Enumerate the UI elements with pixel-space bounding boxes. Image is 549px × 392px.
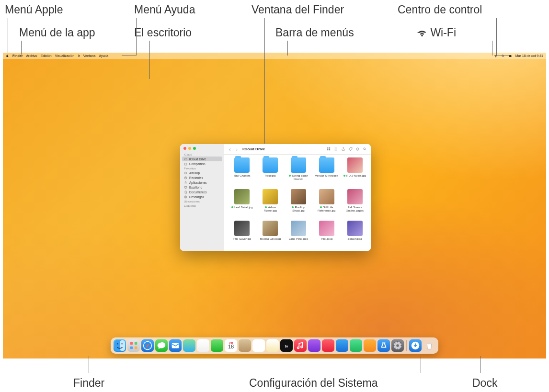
- callout-dock: Dock: [472, 377, 497, 390]
- file-item[interactable]: Receipts: [256, 157, 285, 188]
- menu-item-ventana[interactable]: Ventana: [83, 54, 96, 57]
- dock: Oct18tv: [111, 337, 438, 354]
- file-item[interactable]: Leaf Detail.jpg: [228, 189, 256, 220]
- sidebar-item-compartido[interactable]: Compartido: [180, 161, 224, 166]
- dock-app-safari[interactable]: [141, 339, 154, 352]
- dock-separator: [406, 340, 407, 351]
- menu-item-edicion[interactable]: Edición: [41, 54, 52, 57]
- callout-control-center: Centro de control: [398, 3, 482, 16]
- svg-point-5: [185, 172, 186, 173]
- finder-title: iCloud Drive: [242, 147, 265, 151]
- dock-app-trash[interactable]: [423, 339, 435, 352]
- svg-rect-11: [327, 149, 328, 150]
- sidebar-item-airdrop[interactable]: AirDrop: [180, 170, 224, 175]
- dock-app-appstore[interactable]: [377, 339, 390, 352]
- dock-app-system-settings[interactable]: [391, 339, 404, 352]
- svg-rect-22: [135, 347, 137, 349]
- window-traffic-lights: [180, 147, 224, 152]
- callout-apple-menu: Menú Apple: [5, 3, 63, 16]
- minimize-button[interactable]: [188, 147, 191, 150]
- finder-content: iCloud Drive Rail ChasersReceiptsSpring …: [224, 144, 371, 251]
- tag-button[interactable]: [348, 147, 353, 151]
- svg-rect-21: [130, 347, 133, 349]
- svg-point-17: [117, 343, 118, 344]
- menu-bar: Finder Archivo Edición Visualización Ir …: [3, 53, 546, 59]
- file-item[interactable]: Spring Youth Council: [285, 157, 313, 188]
- svg-rect-19: [130, 342, 133, 345]
- menu-item-archivo[interactable]: Archivo: [26, 54, 37, 57]
- close-button[interactable]: [183, 147, 186, 150]
- finder-toolbar: iCloud Drive: [224, 144, 371, 155]
- file-item[interactable]: RD.2-Notes.jpg: [341, 157, 369, 188]
- svg-rect-10: [329, 147, 330, 148]
- menu-bar-clock[interactable]: Mar 18 de oct 9:41: [515, 54, 543, 57]
- dock-app-music[interactable]: [294, 339, 307, 352]
- file-item[interactable]: Vendor & Invoices: [312, 157, 341, 188]
- callout-system-settings: Configuración del Sistema: [249, 377, 377, 390]
- svg-rect-2: [509, 56, 511, 57]
- dock-app-messages[interactable]: [155, 339, 168, 352]
- sidebar-item-escritorio[interactable]: Escritorio: [180, 185, 224, 190]
- dock-app-numbers[interactable]: [350, 339, 362, 352]
- app-menu-name[interactable]: Finder: [12, 54, 23, 57]
- forward-button[interactable]: [235, 145, 239, 154]
- action-button[interactable]: [355, 147, 360, 151]
- dock-app-photos[interactable]: [197, 339, 209, 352]
- dock-app-launchpad[interactable]: [127, 339, 140, 352]
- menu-item-ayuda[interactable]: Ayuda: [99, 54, 108, 57]
- file-item[interactable]: Title Cover.jpg: [228, 221, 256, 251]
- callout-help-menu: Menú Ayuda: [134, 3, 195, 16]
- file-item[interactable]: Lone Pine.jpeg: [285, 221, 313, 251]
- sidebar-section-header: iCloud: [180, 152, 224, 157]
- svg-point-14: [364, 148, 366, 150]
- dock-app-mail[interactable]: [169, 339, 182, 352]
- file-item[interactable]: Skater.jpeg: [341, 221, 369, 251]
- sidebar-item-descargas[interactable]: Descargas: [180, 194, 224, 199]
- group-button[interactable]: [334, 147, 338, 151]
- back-button[interactable]: [228, 145, 232, 154]
- desktop-screenshot: Finder Archivo Edición Visualización Ir …: [3, 53, 546, 358]
- dock-app-keynote[interactable]: [336, 339, 348, 352]
- dock-app-notes[interactable]: [266, 339, 279, 352]
- menu-item-ir[interactable]: Ir: [78, 54, 80, 57]
- dock-app-pages[interactable]: [364, 339, 376, 352]
- finder-window: iCloudiCloud DriveCompartidoFavoritosAir…: [180, 144, 371, 251]
- dock-app-news[interactable]: [322, 339, 334, 352]
- file-item[interactable]: Still Life Reference.jpg: [312, 189, 341, 220]
- sidebar-item-icloud-drive[interactable]: iCloud Drive: [182, 157, 222, 161]
- dock-app-finder[interactable]: [114, 339, 126, 352]
- zoom-button[interactable]: [193, 147, 196, 150]
- dock-app-reminders[interactable]: [252, 339, 265, 352]
- menu-item-visualizacion[interactable]: Visualización: [55, 54, 75, 57]
- callout-menu-bar: Barra de menús: [275, 26, 354, 39]
- dock-app-maps[interactable]: [183, 339, 195, 352]
- file-item[interactable]: Fall Scents Outline.pages: [341, 189, 369, 220]
- dock-app-facetime[interactable]: [211, 339, 223, 352]
- svg-rect-9: [327, 147, 328, 148]
- svg-rect-12: [329, 149, 330, 150]
- svg-point-18: [121, 343, 122, 344]
- callout-desktop: El escritorio: [134, 26, 192, 39]
- sidebar-item-documentos[interactable]: Documentos: [180, 190, 224, 194]
- view-icons-button[interactable]: [327, 147, 331, 151]
- sidebar-item-aplicaciones[interactable]: Aplicaciones: [180, 180, 224, 185]
- apple-menu[interactable]: [6, 54, 9, 57]
- dock-app-calendar[interactable]: Oct18: [225, 339, 237, 352]
- dock-app-contacts[interactable]: [239, 339, 251, 352]
- file-item[interactable]: Pink.jpeg: [312, 221, 341, 251]
- callouts-top: Menú Apple Menú de la app Menú Ayuda El …: [0, 0, 549, 53]
- dock-app-tv[interactable]: tv: [280, 339, 293, 352]
- sidebar-item-recientes[interactable]: Recientes: [180, 175, 224, 180]
- file-item[interactable]: Yellow Flower.jpg: [256, 189, 285, 220]
- file-item[interactable]: Rooftop Shoot.jpg: [285, 189, 313, 220]
- svg-rect-16: [120, 340, 125, 351]
- file-item[interactable]: Rail Chasers: [228, 157, 256, 188]
- callout-app-menu: Menú de la app: [19, 26, 95, 39]
- file-item[interactable]: Mexico City.jpeg: [256, 221, 285, 251]
- svg-point-30: [427, 343, 432, 344]
- callouts-bottom: Finder Configuración del Sistema Dock: [0, 358, 549, 392]
- dock-app-podcasts[interactable]: [308, 339, 320, 352]
- share-button[interactable]: [341, 147, 345, 151]
- dock-app-downloads[interactable]: [409, 339, 422, 352]
- search-button[interactable]: [363, 147, 367, 151]
